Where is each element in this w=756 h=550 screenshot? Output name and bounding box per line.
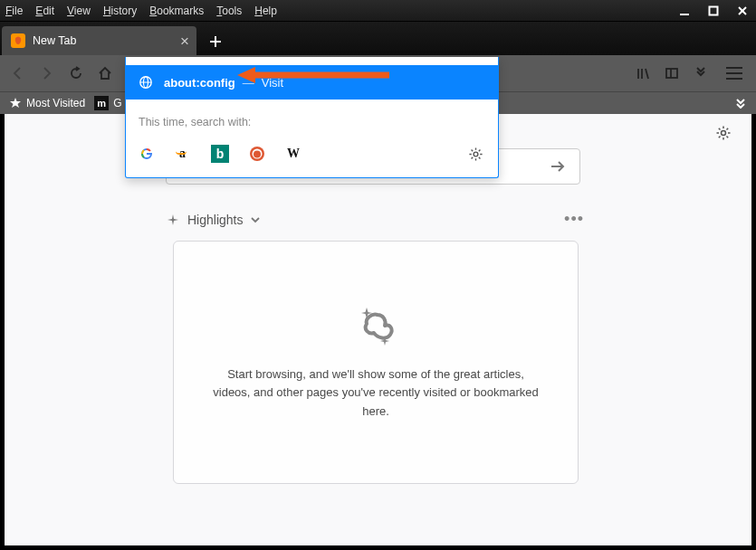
svg-rect-1 <box>710 7 718 15</box>
svg-line-39 <box>479 156 481 158</box>
menu-file[interactable]: File <box>5 5 23 17</box>
highlights-header: Highlights ••• <box>166 210 584 229</box>
engine-wikipedia-icon[interactable]: W <box>285 146 301 162</box>
app-menu-button[interactable] <box>722 61 747 86</box>
bookmarks-overflow-button[interactable] <box>734 96 749 111</box>
library-button[interactable] <box>631 62 655 85</box>
svg-point-33 <box>474 152 478 156</box>
urlbar-autocomplete-panel: about:config — Visit This time, search w… <box>125 57 499 178</box>
tab-strip: New Tab × <box>0 22 756 55</box>
sidebar-button[interactable] <box>660 62 684 85</box>
menu-bookmarks[interactable]: Bookmarks <box>149 5 204 17</box>
engine-bing-icon[interactable]: b <box>211 145 229 163</box>
window-maximize-button[interactable] <box>705 3 722 19</box>
star-icon <box>9 97 22 109</box>
autocomplete-url: about:config <box>164 76 235 90</box>
engine-amazon-icon[interactable]: a <box>175 146 191 162</box>
svg-line-22 <box>719 128 721 130</box>
menu-tools[interactable]: Tools <box>216 5 242 17</box>
search-settings-icon[interactable] <box>468 147 483 162</box>
svg-line-24 <box>719 137 721 138</box>
svg-point-32 <box>254 151 261 158</box>
svg-line-23 <box>727 137 729 138</box>
highlights-empty-text: Start browsing, and we'll show some of t… <box>210 365 541 420</box>
search-hint: This time, search with: <box>139 116 485 128</box>
menu-history[interactable]: History <box>103 5 137 17</box>
gear-icon[interactable] <box>715 125 732 141</box>
menubar: File Edit View History Bookmarks Tools H… <box>5 5 277 17</box>
autocomplete-row[interactable]: about:config — Visit <box>126 65 498 100</box>
window-titlebar: File Edit View History Bookmarks Tools H… <box>0 0 756 22</box>
arrow-right-icon[interactable] <box>549 157 567 175</box>
svg-line-41 <box>479 149 481 151</box>
window-minimize-button[interactable] <box>676 3 693 19</box>
window-close-button[interactable] <box>734 3 751 19</box>
bookmark-item-2[interactable]: m G <box>94 96 121 110</box>
svg-line-25 <box>727 128 729 130</box>
menu-help[interactable]: Help <box>254 5 277 17</box>
bookmark-label: Most Visited <box>26 97 85 109</box>
tab-close-icon[interactable]: × <box>180 33 189 49</box>
home-button[interactable] <box>92 61 118 86</box>
autocomplete-action: Visit <box>262 76 283 90</box>
highlights-empty-card: Start browsing, and we'll show some of t… <box>173 241 579 484</box>
highlights-menu-button[interactable]: ••• <box>564 210 584 229</box>
svg-line-14 <box>646 69 648 79</box>
svg-line-38 <box>472 149 474 151</box>
bookmark-favicon: m <box>94 96 109 110</box>
engine-duckduckgo-icon[interactable] <box>249 146 265 162</box>
overflow-button[interactable] <box>689 62 713 85</box>
new-tab-button[interactable] <box>202 28 229 55</box>
menu-view[interactable]: View <box>67 5 91 17</box>
bookmark-label: G <box>113 97 121 109</box>
large-sparkle-icon <box>350 304 401 347</box>
browser-content: Highlights ••• Start browsing, and we'll… <box>5 114 751 545</box>
svg-point-17 <box>722 131 726 136</box>
sparkle-icon <box>166 213 180 227</box>
chevron-down-icon[interactable] <box>250 214 261 225</box>
firefox-icon <box>11 33 25 48</box>
bookmark-most-visited[interactable]: Most Visited <box>9 97 85 109</box>
globe-icon <box>139 75 153 90</box>
tab-new-tab[interactable]: New Tab × <box>2 26 196 55</box>
svg-line-40 <box>472 156 474 158</box>
forward-button[interactable] <box>34 61 60 86</box>
tab-title: New Tab <box>33 34 76 47</box>
reload-button[interactable] <box>63 61 89 86</box>
menu-edit[interactable]: Edit <box>35 5 54 17</box>
engine-google-icon[interactable] <box>139 146 155 162</box>
highlights-label[interactable]: Highlights <box>187 213 243 227</box>
back-button[interactable] <box>5 61 31 86</box>
svg-rect-15 <box>666 69 677 78</box>
